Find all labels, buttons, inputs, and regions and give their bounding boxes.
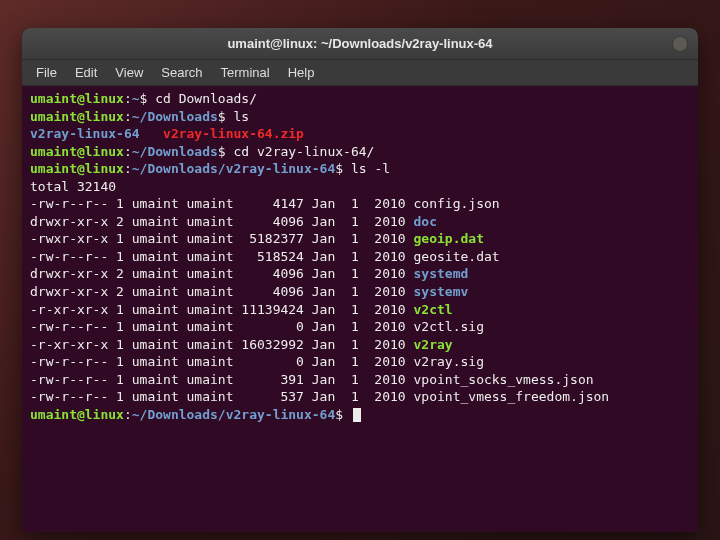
listing-filename: systemd [414, 266, 469, 281]
file-archive: v2ray-linux-64.zip [163, 126, 304, 141]
listing-filename: v2ray [414, 337, 453, 352]
prompt-path: ~/Downloads/v2ray-linux-64 [132, 161, 336, 176]
prompt-user: umaint@linux [30, 407, 124, 422]
listing-row: -rw-r--r-- 1 umaint umaint 518524 Jan 1 … [30, 248, 690, 266]
listing-meta: -rw-r--r-- 1 umaint umaint 518524 Jan 1 … [30, 249, 414, 264]
terminal-output[interactable]: umaint@linux:~$ cd Downloads/umaint@linu… [22, 86, 698, 532]
listing-meta: -rw-r--r-- 1 umaint umaint 537 Jan 1 201… [30, 389, 414, 404]
listing-meta: -rw-r--r-- 1 umaint umaint 0 Jan 1 2010 [30, 354, 414, 369]
listing-row: -rw-r--r-- 1 umaint umaint 537 Jan 1 201… [30, 388, 690, 406]
prompt-path: ~ [132, 91, 140, 106]
menu-search[interactable]: Search [153, 63, 210, 82]
listing-filename: v2ctl [414, 302, 453, 317]
listing-meta: -rw-r--r-- 1 umaint umaint 391 Jan 1 201… [30, 372, 414, 387]
prompt-user: umaint@linux [30, 161, 124, 176]
prompt-line: umaint@linux:~/Downloads$ cd v2ray-linux… [30, 143, 690, 161]
listing-row: -rwxr-xr-x 1 umaint umaint 5182377 Jan 1… [30, 230, 690, 248]
menu-view[interactable]: View [107, 63, 151, 82]
listing-meta: drwxr-xr-x 2 umaint umaint 4096 Jan 1 20… [30, 284, 414, 299]
listing-meta: -rw-r--r-- 1 umaint umaint 4147 Jan 1 20… [30, 196, 414, 211]
titlebar: umaint@linux: ~/Downloads/v2ray-linux-64 [22, 28, 698, 60]
menubar: File Edit View Search Terminal Help [22, 60, 698, 86]
prompt-path: ~/Downloads/v2ray-linux-64 [132, 407, 336, 422]
prompt-path: ~/Downloads [132, 109, 218, 124]
listing-filename: v2ctl.sig [414, 319, 484, 334]
prompt-sep: : [124, 91, 132, 106]
command-text: cd v2ray-linux-64/ [234, 144, 375, 159]
listing-meta: -r-xr-xr-x 1 umaint umaint 16032992 Jan … [30, 337, 414, 352]
listing-meta: drwxr-xr-x 2 umaint umaint 4096 Jan 1 20… [30, 266, 414, 281]
listing-filename: vpoint_socks_vmess.json [414, 372, 594, 387]
listing-meta: -rwxr-xr-x 1 umaint umaint 5182377 Jan 1… [30, 231, 414, 246]
listing-meta: drwxr-xr-x 2 umaint umaint 4096 Jan 1 20… [30, 214, 414, 229]
listing-meta: -rw-r--r-- 1 umaint umaint 0 Jan 1 2010 [30, 319, 414, 334]
prompt-line: umaint@linux:~/Downloads/v2ray-linux-64$… [30, 160, 690, 178]
cursor-icon [353, 408, 361, 422]
listing-row: drwxr-xr-x 2 umaint umaint 4096 Jan 1 20… [30, 265, 690, 283]
prompt-user: umaint@linux [30, 109, 124, 124]
prompt-line: umaint@linux:~/Downloads/v2ray-linux-64$ [30, 406, 690, 424]
prompt-line: umaint@linux:~/Downloads$ ls [30, 108, 690, 126]
menu-help[interactable]: Help [280, 63, 323, 82]
listing-filename: doc [414, 214, 437, 229]
listing-filename: geosite.dat [414, 249, 500, 264]
menu-terminal[interactable]: Terminal [213, 63, 278, 82]
listing-row: drwxr-xr-x 2 umaint umaint 4096 Jan 1 20… [30, 213, 690, 231]
listing-row: drwxr-xr-x 2 umaint umaint 4096 Jan 1 20… [30, 283, 690, 301]
prompt-user: umaint@linux [30, 144, 124, 159]
listing-row: -r-xr-xr-x 1 umaint umaint 11139424 Jan … [30, 301, 690, 319]
listing-row: -rw-r--r-- 1 umaint umaint 391 Jan 1 201… [30, 371, 690, 389]
menu-file[interactable]: File [28, 63, 65, 82]
file-dir: v2ray-linux-64 [30, 126, 140, 141]
listing-filename: systemv [414, 284, 469, 299]
listing-filename: geoip.dat [414, 231, 484, 246]
listing-row: -rw-r--r-- 1 umaint umaint 0 Jan 1 2010 … [30, 353, 690, 371]
ls-output: v2ray-linux-64 v2ray-linux-64.zip [30, 125, 690, 143]
command-text: cd Downloads/ [155, 91, 257, 106]
window-title: umaint@linux: ~/Downloads/v2ray-linux-64 [227, 36, 492, 51]
prompt-user: umaint@linux [30, 91, 124, 106]
listing-row: -r-xr-xr-x 1 umaint umaint 16032992 Jan … [30, 336, 690, 354]
prompt-path: ~/Downloads [132, 144, 218, 159]
listing-meta: -r-xr-xr-x 1 umaint umaint 11139424 Jan … [30, 302, 414, 317]
close-icon[interactable] [672, 36, 688, 52]
command-text: ls -l [351, 161, 390, 176]
prompt-line: umaint@linux:~$ cd Downloads/ [30, 90, 690, 108]
command-text: ls [234, 109, 250, 124]
listing-row: -rw-r--r-- 1 umaint umaint 4147 Jan 1 20… [30, 195, 690, 213]
listing-filename: v2ray.sig [414, 354, 484, 369]
total-line: total 32140 [30, 178, 690, 196]
listing-filename: config.json [414, 196, 500, 211]
menu-edit[interactable]: Edit [67, 63, 105, 82]
listing-filename: vpoint_vmess_freedom.json [414, 389, 610, 404]
listing-row: -rw-r--r-- 1 umaint umaint 0 Jan 1 2010 … [30, 318, 690, 336]
terminal-window: umaint@linux: ~/Downloads/v2ray-linux-64… [22, 28, 698, 532]
